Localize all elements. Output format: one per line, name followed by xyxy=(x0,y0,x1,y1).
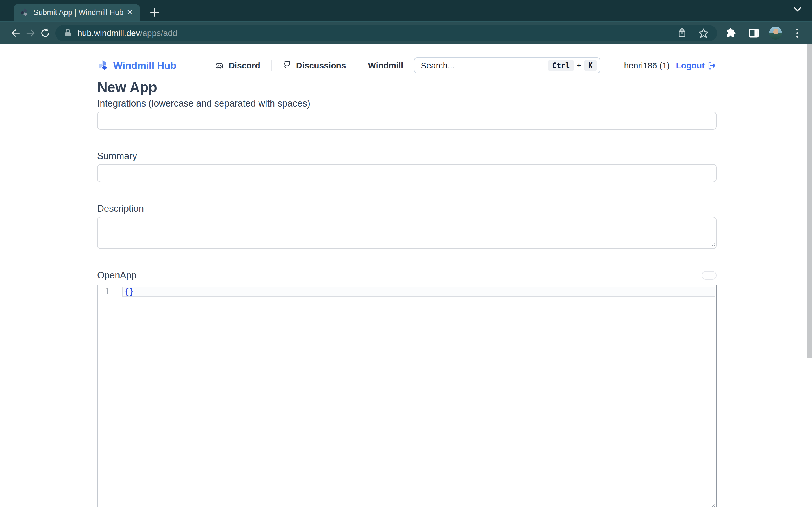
menu-dot-icon xyxy=(797,29,798,30)
integrations-label: Integrations (lowercase and separated wi… xyxy=(97,98,716,109)
resize-handle-icon[interactable] xyxy=(710,243,715,247)
description-field: Description xyxy=(97,203,716,249)
main-nav: Discord Discussions Windmill xyxy=(203,57,414,73)
logout-label: Logout xyxy=(676,61,705,70)
forward-arrow-icon xyxy=(25,28,36,38)
search-input[interactable] xyxy=(421,61,548,70)
star-icon xyxy=(698,28,709,39)
nav-item-windmill[interactable]: Windmill xyxy=(357,60,414,71)
back-button[interactable] xyxy=(8,26,23,41)
tab-search-button[interactable] xyxy=(793,6,802,13)
logout-link[interactable]: Logout xyxy=(676,61,716,70)
description-textarea-wrap xyxy=(97,217,716,249)
openapp-label: OpenApp xyxy=(97,270,136,281)
bookmark-button[interactable] xyxy=(698,28,709,39)
windmill-logo-icon xyxy=(97,59,109,72)
share-button[interactable] xyxy=(677,28,687,39)
nav-label: Discord xyxy=(229,61,260,70)
resize-handle-icon[interactable] xyxy=(710,504,715,507)
discord-icon xyxy=(214,60,224,71)
plus-icon xyxy=(150,8,159,17)
openapp-code-editor[interactable]: 1 {} xyxy=(97,285,716,507)
windmill-favicon-icon xyxy=(20,8,29,17)
summary-field: Summary xyxy=(97,150,716,182)
side-panel-button[interactable] xyxy=(746,26,761,41)
editor-active-line[interactable]: {} xyxy=(122,287,715,297)
summary-input[interactable] xyxy=(97,164,716,182)
search-box[interactable]: Ctrl + K xyxy=(414,57,600,73)
integrations-field: Integrations (lowercase and separated wi… xyxy=(97,98,716,130)
nav-label: Windmill xyxy=(368,61,403,70)
browser-toolbar: hub.windmill.dev/apps/add xyxy=(0,21,812,44)
url-path: /apps/add xyxy=(140,28,177,38)
user-block: henri186 (1) Logout xyxy=(624,61,716,70)
extensions-button[interactable] xyxy=(724,26,739,41)
editor-code: {} xyxy=(124,287,134,297)
reload-icon xyxy=(40,28,51,39)
tab-title: Submit App | Windmill Hub xyxy=(33,8,125,17)
description-label: Description xyxy=(97,203,716,214)
back-arrow-icon xyxy=(10,28,21,38)
logout-icon xyxy=(707,61,716,70)
chevron-down-icon xyxy=(793,6,802,12)
puzzle-icon xyxy=(725,27,737,39)
github-octocat-icon xyxy=(282,60,292,71)
browser-tab[interactable]: Submit App | Windmill Hub ✕ xyxy=(13,4,140,21)
address-bar[interactable]: hub.windmill.dev/apps/add xyxy=(55,25,717,41)
page-title: New App xyxy=(97,79,716,96)
url-host: hub.windmill.dev xyxy=(77,28,140,38)
share-icon xyxy=(677,28,687,39)
username: henri186 (1) xyxy=(624,61,670,70)
line-number: 1 xyxy=(105,287,110,296)
browser-window: Submit App | Windmill Hub ✕ xyxy=(0,0,812,507)
menu-dot-icon xyxy=(797,32,798,34)
forward-button[interactable] xyxy=(23,26,38,41)
tab-close-icon[interactable]: ✕ xyxy=(125,7,135,17)
integrations-input[interactable] xyxy=(97,112,716,130)
description-textarea[interactable] xyxy=(97,217,716,249)
page-viewport: Windmill Hub Discord xyxy=(0,44,812,507)
editor-gutter: 1 xyxy=(98,287,122,297)
page-scrollbar-thumb[interactable] xyxy=(807,44,812,357)
summary-label: Summary xyxy=(97,150,716,162)
side-panel-icon xyxy=(748,27,760,39)
kbd-plus: + xyxy=(577,61,581,70)
new-tab-button[interactable] xyxy=(147,4,163,20)
site-header: Windmill Hub Discord xyxy=(97,57,716,73)
kbd-ctrl: Ctrl xyxy=(548,60,574,71)
lock-icon[interactable] xyxy=(63,28,72,38)
nav-label: Discussions xyxy=(296,61,346,70)
chrome-menu-button[interactable] xyxy=(790,26,805,41)
url-text: hub.windmill.dev/apps/add xyxy=(77,28,177,38)
reload-button[interactable] xyxy=(38,26,53,41)
tab-bar: Submit App | Windmill Hub ✕ xyxy=(0,0,812,21)
kbd-k: K xyxy=(584,60,597,71)
profile-avatar[interactable] xyxy=(769,26,782,40)
nav-item-discussions[interactable]: Discussions xyxy=(271,60,357,71)
openapp-header-row: OpenApp xyxy=(97,270,716,281)
content-container: Windmill Hub Discord xyxy=(97,57,716,507)
nav-item-discord[interactable]: Discord xyxy=(203,60,271,71)
site-title[interactable]: Windmill Hub xyxy=(113,60,176,71)
toolbar-right-group xyxy=(722,26,805,41)
menu-dot-icon xyxy=(797,36,798,38)
openapp-toggle[interactable] xyxy=(701,271,716,280)
